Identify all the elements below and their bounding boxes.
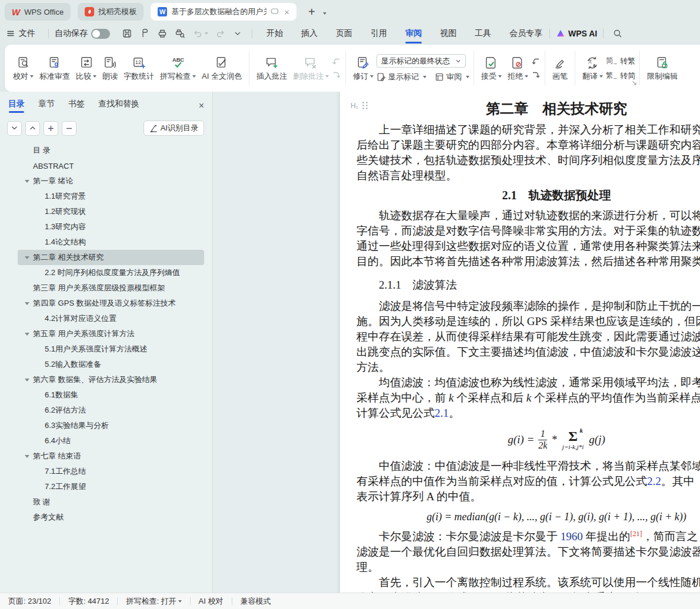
ai-recognize-toc-button[interactable]: AI识别目录: [144, 121, 204, 136]
previous-change-button[interactable]: [531, 57, 541, 66]
tab-list-chevron-icon[interactable]: [321, 6, 326, 17]
sidebar-tab-contents[interactable]: 目录: [8, 99, 25, 112]
toc-item[interactable]: 7.2工作展望: [18, 479, 204, 494]
menu-item-page[interactable]: 页面: [335, 26, 354, 41]
quick-access-more-button[interactable]: [233, 29, 242, 38]
toc-caret-icon[interactable]: [21, 455, 33, 458]
reject-button[interactable]: 拒绝: [505, 54, 531, 82]
toc-item[interactable]: ABSTRACT: [18, 158, 204, 173]
tab-wps-home[interactable]: W WPS Office: [5, 3, 71, 21]
toc-item[interactable]: 第三章 用户关系强度层级投票模型框架: [18, 280, 204, 296]
citation-reference-link[interactable]: [21]: [631, 530, 642, 538]
markup-state-dropdown[interactable]: 显示标记的最终状态: [376, 54, 466, 68]
menu-item-reference[interactable]: 引用: [369, 26, 388, 41]
toc-item[interactable]: 参考文献: [18, 510, 204, 525]
ai-polish-button[interactable]: AI 全文润色: [199, 54, 245, 82]
sidebar-tab-sections[interactable]: 章节: [38, 99, 55, 112]
next-comment-button[interactable]: [332, 71, 341, 80]
toc-caret-icon[interactable]: [21, 256, 33, 259]
zoom-in-button[interactable]: [44, 121, 58, 136]
toc-item[interactable]: 7.1工作总结: [18, 464, 204, 479]
print-button[interactable]: [157, 28, 168, 39]
new-tab-button[interactable]: +: [308, 6, 315, 18]
autosave-toggle[interactable]: [91, 29, 110, 39]
toc-item[interactable]: 第二章 相关技术研究: [18, 250, 204, 265]
output-button[interactable]: [139, 28, 150, 39]
toc-caret-icon[interactable]: [21, 302, 33, 305]
menu-item-tools[interactable]: 工具: [474, 26, 492, 41]
drag-handle-icon[interactable]: [362, 101, 368, 110]
search-button[interactable]: [613, 29, 622, 38]
toc-item[interactable]: 1.4论文结构: [18, 235, 204, 250]
toc-item[interactable]: 6.1数据集: [18, 387, 204, 403]
brush-button[interactable]: 画笔: [549, 54, 571, 82]
ribbon-group-brush: 画笔: [546, 47, 574, 89]
spell-check-button[interactable]: ABC 拼写检查: [157, 54, 199, 82]
read-aloud-button[interactable]: 朗读: [99, 54, 121, 82]
compare-button[interactable]: 比较: [73, 54, 99, 82]
file-menu-button[interactable]: 文件: [6, 28, 35, 39]
proof-button[interactable]: 校对: [10, 54, 36, 82]
toc-caret-icon[interactable]: [21, 379, 33, 382]
toc-item[interactable]: 6.3实验结果与分析: [18, 418, 204, 433]
standard-review-button[interactable]: 标准审查: [36, 54, 73, 82]
wps-ai-button[interactable]: WPS AI: [556, 29, 597, 38]
close-tab-icon[interactable]: ×: [284, 7, 289, 17]
show-markup-button[interactable]: 显示标记: [376, 72, 426, 82]
menu-item-membership[interactable]: 会员专享: [508, 26, 544, 41]
toc-item[interactable]: 6.4小结: [18, 433, 204, 449]
print-preview-button[interactable]: [175, 28, 185, 39]
review-pane-button[interactable]: 审阅: [435, 72, 469, 82]
close-sidebar-icon[interactable]: ×: [199, 101, 204, 111]
compatibility-mode-label: 兼容模式: [241, 596, 271, 607]
word-count-button[interactable]: 12 字数统计: [121, 54, 157, 82]
document-page[interactable]: H₁ 第二章 相关技术研究 上一章详细描述了课题的研究背景，并深入分析了相关工作…: [340, 92, 700, 593]
tab-docer-templates[interactable]: 找稻壳模板: [78, 3, 144, 21]
ai-proofread-button[interactable]: AI 校对: [199, 596, 224, 607]
toc-item[interactable]: 第一章 绪论: [18, 173, 204, 189]
toc-item[interactable]: 5.2输入数据准备: [18, 357, 204, 372]
restrict-edit-button[interactable]: 限制编辑: [644, 54, 681, 82]
sidebar-tab-bookmarks[interactable]: 书签: [68, 99, 85, 112]
menu-item-review[interactable]: 审阅: [404, 26, 423, 41]
save-button[interactable]: [122, 28, 132, 39]
toc-item[interactable]: 第四章 GPS 数据处理及语义标签标注技术: [18, 296, 204, 311]
menu-item-home[interactable]: 开始: [265, 26, 284, 41]
translate-button[interactable]: 文A 翻译: [579, 54, 606, 82]
next-change-button[interactable]: [531, 71, 541, 80]
toc-item[interactable]: 1.1研究背景: [18, 189, 204, 204]
toc-item[interactable]: 1.2研究现状: [18, 204, 204, 219]
toc-item[interactable]: 目 录: [18, 143, 204, 158]
toc-item[interactable]: 6.2评估方法: [18, 403, 204, 418]
equation-reference-link[interactable]: 2.1: [435, 407, 449, 419]
menu-item-view[interactable]: 视图: [439, 26, 458, 41]
toc-caret-icon[interactable]: [21, 180, 33, 183]
undo-button[interactable]: [192, 28, 208, 39]
insert-comment-button[interactable]: 插入批注: [254, 54, 290, 82]
sidebar-tab-find-replace[interactable]: 查找和替换: [98, 99, 139, 112]
equation-reference-link[interactable]: 2.2: [647, 475, 661, 487]
toc-item[interactable]: 1.3研究内容: [18, 219, 204, 235]
tab-document[interactable]: W 基于多层次数据融合的用户关 ×: [151, 3, 296, 21]
redo-button[interactable]: [215, 28, 226, 39]
toc-item[interactable]: 致 谢: [18, 494, 204, 510]
track-changes-button[interactable]: 修订: [350, 54, 376, 82]
toc-item[interactable]: 第七章 结束语: [18, 449, 204, 464]
previous-comment-button[interactable]: [332, 57, 341, 66]
accept-button[interactable]: 接受: [478, 54, 505, 82]
menu-item-insert[interactable]: 插入: [300, 26, 319, 41]
traditional-to-simplified-button[interactable]: 繁→ 转简: [606, 71, 635, 81]
toc-item[interactable]: 第六章 数据集、评估方法及实验结果: [18, 372, 204, 387]
toc-item[interactable]: 第五章 用户关系强度计算方法: [18, 326, 204, 342]
dialog-launcher-icon[interactable]: [632, 78, 637, 88]
toc-item[interactable]: 4.2计算对应语义位置: [18, 311, 204, 326]
delete-comment-button[interactable]: 删除批注: [290, 54, 332, 82]
toc-caret-icon[interactable]: [21, 333, 33, 336]
toc-item[interactable]: 2.2 时间序列相似度度量方法及序列熵值: [18, 265, 204, 280]
simplified-to-traditional-button[interactable]: 简→ 转繁: [606, 56, 635, 66]
zoom-out-button[interactable]: [62, 121, 76, 136]
expand-all-button[interactable]: [7, 121, 22, 136]
toc-item[interactable]: 5.1用户关系强度计算方法概述: [18, 342, 204, 357]
spell-check-status[interactable]: 拼写检查: 打开: [126, 596, 181, 607]
collapse-all-button[interactable]: [25, 121, 40, 136]
